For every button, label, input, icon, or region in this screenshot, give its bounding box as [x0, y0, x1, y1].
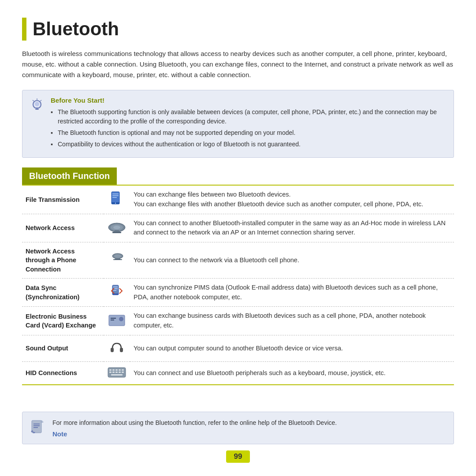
- lightbulb-icon: [29, 97, 45, 114]
- row-desc: You can synchronize PIMS data (Outlook E…: [130, 278, 454, 307]
- svg-point-10: [115, 203, 116, 204]
- table-row: HID Connections: [22, 361, 454, 385]
- svg-rect-43: [32, 420, 41, 433]
- row-label: Electronic Business Card (Vcard) Exchang…: [22, 307, 104, 335]
- svg-rect-30: [120, 348, 123, 352]
- file-transmission-icon: [104, 185, 130, 214]
- row-label: Data Sync (Synchronization): [22, 278, 104, 307]
- svg-rect-23: [113, 290, 116, 291]
- svg-point-1: [35, 102, 39, 106]
- page-number: 99: [226, 450, 250, 463]
- phone-connection-icon: [104, 242, 130, 279]
- note-box-content: For more information about using the Blu…: [52, 418, 337, 438]
- headphone-icon: [104, 335, 130, 361]
- before-you-start-list: The Bluetooth supporting function is onl…: [51, 108, 446, 149]
- svg-rect-6: [112, 193, 119, 194]
- page-number-wrap: 99: [22, 450, 454, 463]
- svg-rect-32: [109, 369, 112, 371]
- table-row: Network Access You can connect to anothe…: [22, 214, 454, 242]
- svg-point-17: [114, 254, 121, 258]
- table-row: Network Access through a Phone Connectio…: [22, 242, 454, 279]
- function-table: File Transmission You can exchange files…: [22, 185, 454, 385]
- list-item: The Bluetooth function is optional and m…: [51, 128, 446, 138]
- svg-rect-29: [111, 348, 114, 352]
- page: Bluetooth Bluetooth is wireless communic…: [0, 0, 476, 476]
- row-label: Sound Output: [22, 335, 104, 361]
- svg-rect-34: [115, 369, 118, 371]
- svg-rect-15: [112, 232, 121, 233]
- before-you-start-box: Before You Start! The Bluetooth supporti…: [22, 90, 454, 158]
- svg-rect-39: [115, 372, 118, 373]
- table-row: Sound Output You can output computer sou…: [22, 335, 454, 361]
- title-accent: [22, 18, 26, 41]
- keyboard-icon: [104, 361, 130, 385]
- svg-line-3: [41, 100, 41, 101]
- row-desc: You can connect to the network via a Blu…: [130, 242, 454, 279]
- note-box: For more information about using the Blu…: [22, 412, 454, 444]
- row-label: Network Access: [22, 214, 104, 242]
- svg-rect-36: [122, 369, 124, 371]
- vcard-icon: [104, 307, 130, 335]
- sync-icon: [104, 278, 130, 307]
- row-label: File Transmission: [22, 185, 104, 214]
- title-row: Bluetooth: [22, 18, 454, 41]
- before-you-start-title: Before You Start!: [51, 97, 446, 104]
- section-heading-wrap: Bluetooth Function: [22, 167, 454, 185]
- svg-rect-24: [112, 294, 119, 295]
- before-you-start-content: Before You Start! The Bluetooth supporti…: [51, 97, 446, 151]
- intro-paragraph: Bluetooth is wireless communications tec…: [22, 48, 454, 80]
- svg-rect-40: [119, 372, 121, 373]
- note-icon: [29, 418, 46, 436]
- note-label: Note: [52, 430, 337, 438]
- section-heading: Bluetooth Function: [22, 167, 117, 185]
- list-item: The Bluetooth supporting function is onl…: [51, 108, 446, 126]
- row-desc: You can exchange files between two Bluet…: [130, 185, 454, 214]
- svg-rect-27: [111, 320, 114, 320]
- svg-rect-7: [112, 195, 119, 196]
- svg-line-4: [33, 100, 34, 101]
- svg-rect-33: [112, 369, 115, 371]
- row-label: Network Access through a Phone Connectio…: [22, 242, 104, 279]
- svg-rect-26: [111, 318, 116, 319]
- table-row: Electronic Business Card (Vcard) Exchang…: [22, 307, 454, 335]
- list-item: Compatibility to devices without the aut…: [51, 140, 446, 149]
- row-desc: You can connect to another Bluetooth-ins…: [130, 214, 454, 242]
- network-access-icon: [104, 214, 130, 242]
- row-desc: You can output computer sound to another…: [130, 335, 454, 361]
- svg-rect-37: [109, 372, 112, 373]
- row-desc: You can exchange business cards with Blu…: [130, 307, 454, 335]
- table-row: Data Sync (Synchronization) You can sync…: [22, 278, 454, 307]
- svg-rect-42: [111, 374, 123, 376]
- page-title: Bluetooth: [33, 19, 119, 40]
- svg-rect-38: [112, 372, 115, 373]
- svg-point-13: [113, 226, 120, 229]
- note-text: For more information about using the Blu…: [52, 418, 337, 428]
- svg-rect-35: [119, 369, 121, 371]
- svg-rect-41: [122, 372, 124, 373]
- svg-point-28: [119, 317, 123, 321]
- svg-rect-8: [112, 197, 117, 198]
- table-row: File Transmission You can exchange files…: [22, 185, 454, 214]
- row-desc: You can connect and use Bluetooth periph…: [130, 361, 454, 385]
- row-label: HID Connections: [22, 361, 104, 385]
- svg-rect-21: [113, 286, 118, 287]
- svg-rect-19: [113, 259, 122, 260]
